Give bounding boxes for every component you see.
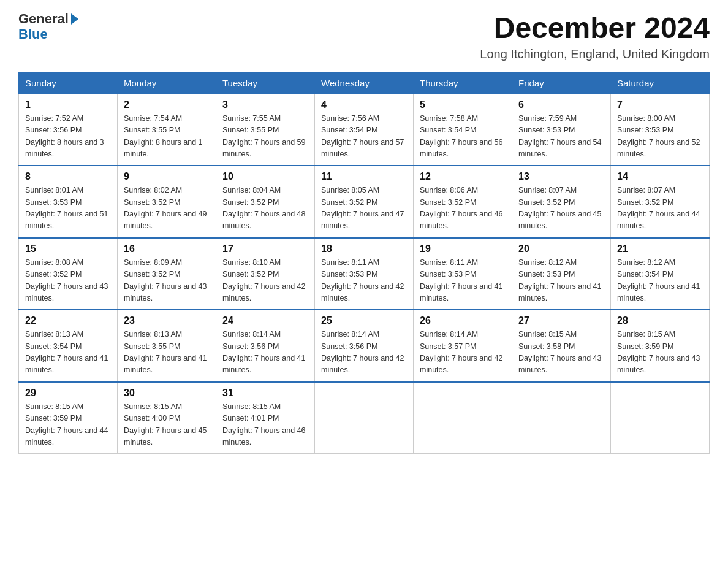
day-info: Sunrise: 7:55 AMSunset: 3:55 PMDaylight:… [222,113,308,161]
calendar-cell: 11Sunrise: 8:05 AMSunset: 3:52 PMDayligh… [315,166,414,238]
day-number: 21 [617,243,703,255]
day-number: 8 [25,171,111,182]
calendar-cell: 24Sunrise: 8:14 AMSunset: 3:56 PMDayligh… [216,310,315,382]
calendar-cell: 27Sunrise: 8:15 AMSunset: 3:58 PMDayligh… [512,310,611,382]
day-info: Sunrise: 8:15 AMSunset: 3:59 PMDaylight:… [25,401,111,449]
calendar-week-row: 29Sunrise: 8:15 AMSunset: 3:59 PMDayligh… [19,382,710,454]
calendar-cell: 6Sunrise: 7:59 AMSunset: 3:53 PMDaylight… [512,94,611,166]
day-number: 23 [124,315,210,326]
day-number: 14 [617,171,703,182]
title-section: December 2024 Long Itchington, England, … [480,12,710,61]
calendar-cell: 18Sunrise: 8:11 AMSunset: 3:53 PMDayligh… [315,238,414,310]
location-subtitle: Long Itchington, England, United Kingdom [480,47,710,61]
month-year-title: December 2024 [480,12,710,45]
calendar-cell: 12Sunrise: 8:06 AMSunset: 3:52 PMDayligh… [414,166,512,238]
day-number: 20 [518,243,604,255]
day-number: 11 [321,171,407,182]
day-number: 29 [25,388,111,399]
day-info: Sunrise: 8:15 AMSunset: 4:00 PMDaylight:… [124,401,210,449]
calendar-week-row: 22Sunrise: 8:13 AMSunset: 3:54 PMDayligh… [19,310,710,382]
day-number: 2 [124,99,210,110]
day-number: 4 [321,99,407,110]
calendar-cell: 23Sunrise: 8:13 AMSunset: 3:55 PMDayligh… [118,310,216,382]
calendar-cell: 3Sunrise: 7:55 AMSunset: 3:55 PMDaylight… [216,94,315,166]
day-info: Sunrise: 8:15 AMSunset: 4:01 PMDaylight:… [222,401,308,449]
day-number: 26 [420,315,506,326]
header-monday: Monday [118,72,216,94]
header-sunday: Sunday [19,72,118,94]
day-info: Sunrise: 8:10 AMSunset: 3:52 PMDaylight:… [222,257,308,305]
calendar-cell [315,382,414,454]
day-number: 28 [617,315,703,326]
header-saturday: Saturday [611,72,710,94]
header-tuesday: Tuesday [216,72,315,94]
calendar-cell: 8Sunrise: 8:01 AMSunset: 3:53 PMDaylight… [19,166,118,238]
page-header: General Blue December 2024 Long Itchingt… [18,12,710,61]
calendar-cell: 17Sunrise: 8:10 AMSunset: 3:52 PMDayligh… [216,238,315,310]
day-number: 30 [124,388,210,399]
calendar-cell: 28Sunrise: 8:15 AMSunset: 3:59 PMDayligh… [611,310,710,382]
calendar-cell: 26Sunrise: 8:14 AMSunset: 3:57 PMDayligh… [414,310,512,382]
day-number: 15 [25,243,111,255]
day-info: Sunrise: 7:59 AMSunset: 3:53 PMDaylight:… [518,113,604,161]
calendar-cell: 9Sunrise: 8:02 AMSunset: 3:52 PMDaylight… [118,166,216,238]
day-info: Sunrise: 8:14 AMSunset: 3:56 PMDaylight:… [321,329,407,377]
day-number: 27 [518,315,604,326]
day-number: 5 [420,99,506,110]
logo-text: General [18,12,78,26]
calendar-cell: 30Sunrise: 8:15 AMSunset: 4:00 PMDayligh… [118,382,216,454]
calendar-cell: 19Sunrise: 8:11 AMSunset: 3:53 PMDayligh… [414,238,512,310]
day-info: Sunrise: 8:05 AMSunset: 3:52 PMDaylight:… [321,185,407,232]
calendar-cell: 10Sunrise: 8:04 AMSunset: 3:52 PMDayligh… [216,166,315,238]
calendar-cell: 31Sunrise: 8:15 AMSunset: 4:01 PMDayligh… [216,382,315,454]
day-info: Sunrise: 8:11 AMSunset: 3:53 PMDaylight:… [420,257,506,305]
day-info: Sunrise: 8:14 AMSunset: 3:57 PMDaylight:… [420,329,506,377]
day-number: 22 [25,315,111,326]
calendar-cell: 15Sunrise: 8:08 AMSunset: 3:52 PMDayligh… [19,238,118,310]
day-number: 6 [518,99,604,110]
calendar-week-row: 1Sunrise: 7:52 AMSunset: 3:56 PMDaylight… [19,94,710,166]
day-info: Sunrise: 8:15 AMSunset: 3:59 PMDaylight:… [617,329,703,377]
day-info: Sunrise: 8:07 AMSunset: 3:52 PMDaylight:… [518,185,604,232]
calendar-cell: 22Sunrise: 8:13 AMSunset: 3:54 PMDayligh… [19,310,118,382]
day-info: Sunrise: 8:06 AMSunset: 3:52 PMDaylight:… [420,185,506,232]
header-thursday: Thursday [414,72,512,94]
day-info: Sunrise: 8:09 AMSunset: 3:52 PMDaylight:… [124,257,210,305]
calendar-cell [512,382,611,454]
logo-arrow-icon [71,13,78,25]
day-info: Sunrise: 8:01 AMSunset: 3:53 PMDaylight:… [25,185,111,232]
calendar-cell: 13Sunrise: 8:07 AMSunset: 3:52 PMDayligh… [512,166,611,238]
day-info: Sunrise: 8:07 AMSunset: 3:52 PMDaylight:… [617,185,703,232]
day-info: Sunrise: 8:00 AMSunset: 3:53 PMDaylight:… [617,113,703,161]
day-number: 31 [222,388,308,399]
day-info: Sunrise: 8:15 AMSunset: 3:58 PMDaylight:… [518,329,604,377]
day-number: 9 [124,171,210,182]
calendar-week-row: 15Sunrise: 8:08 AMSunset: 3:52 PMDayligh… [19,238,710,310]
day-number: 16 [124,243,210,255]
calendar-cell [414,382,512,454]
calendar-cell: 14Sunrise: 8:07 AMSunset: 3:52 PMDayligh… [611,166,710,238]
calendar-week-row: 8Sunrise: 8:01 AMSunset: 3:53 PMDaylight… [19,166,710,238]
day-info: Sunrise: 8:04 AMSunset: 3:52 PMDaylight:… [222,185,308,232]
day-info: Sunrise: 7:56 AMSunset: 3:54 PMDaylight:… [321,113,407,161]
day-number: 3 [222,99,308,110]
day-info: Sunrise: 8:12 AMSunset: 3:54 PMDaylight:… [617,257,703,305]
day-info: Sunrise: 8:14 AMSunset: 3:56 PMDaylight:… [222,329,308,377]
logo-blue-text: Blue [18,27,48,42]
calendar-cell: 29Sunrise: 8:15 AMSunset: 3:59 PMDayligh… [19,382,118,454]
day-info: Sunrise: 7:58 AMSunset: 3:54 PMDaylight:… [420,113,506,161]
day-info: Sunrise: 8:12 AMSunset: 3:53 PMDaylight:… [518,257,604,305]
day-number: 10 [222,171,308,182]
day-number: 25 [321,315,407,326]
day-info: Sunrise: 7:52 AMSunset: 3:56 PMDaylight:… [25,113,111,161]
logo: General Blue [18,12,78,42]
calendar-cell: 7Sunrise: 8:00 AMSunset: 3:53 PMDaylight… [611,94,710,166]
day-number: 1 [25,99,111,110]
day-number: 18 [321,243,407,255]
day-number: 17 [222,243,308,255]
day-number: 19 [420,243,506,255]
calendar-cell: 2Sunrise: 7:54 AMSunset: 3:55 PMDaylight… [118,94,216,166]
day-info: Sunrise: 8:11 AMSunset: 3:53 PMDaylight:… [321,257,407,305]
header-wednesday: Wednesday [315,72,414,94]
calendar-cell: 1Sunrise: 7:52 AMSunset: 3:56 PMDaylight… [19,94,118,166]
